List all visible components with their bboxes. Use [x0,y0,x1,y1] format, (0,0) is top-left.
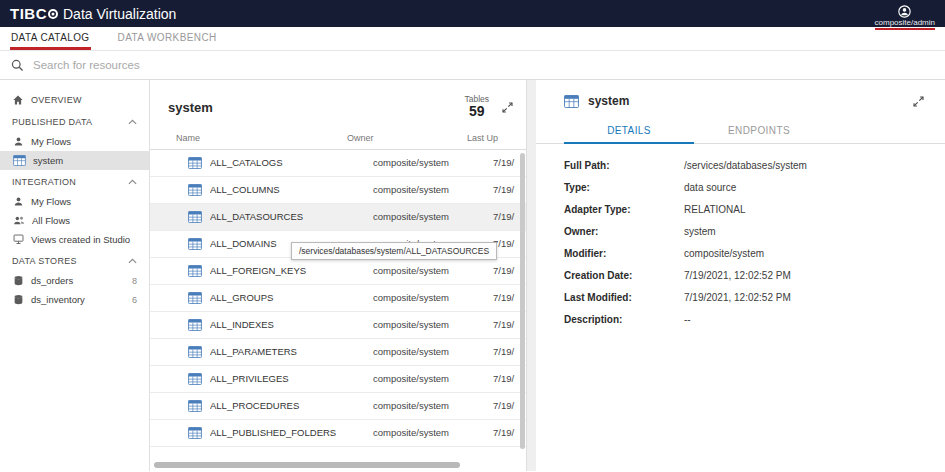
column-header-last-updated[interactable]: Last Up [467,133,526,143]
vertical-scrollbar[interactable] [520,153,525,449]
table-icon [188,238,202,250]
tables-panel: system Tables 59 Name Owner Last Up ALL_… [150,80,527,471]
tab-data-catalog[interactable]: DATA CATALOG [10,27,91,50]
brand-text: TIBC [10,5,47,22]
expand-icon[interactable] [501,101,514,114]
detail-field-row: Adapter Type:RELATIONAL [564,198,945,220]
table-icon [188,211,202,223]
detail-field-row: Creation Date:7/19/2021, 12:02:52 PM [564,264,945,286]
sidebar-item-my-flows-published[interactable]: My Flows [0,132,149,151]
row-owner: composite/system [373,211,493,222]
sidebar-item-ds-inventory[interactable]: ds_inventory 6 [0,290,149,309]
row-name: ALL_GROUPS [210,292,373,303]
column-header-name[interactable]: Name [150,133,347,143]
user-area[interactable]: composite/admin [875,5,935,30]
row-owner: composite/system [373,319,493,330]
horizontal-scrollbar[interactable] [154,462,460,468]
table-row[interactable]: ALL_PROCEDUREScomposite/system7/19/ [150,393,526,420]
table-row[interactable]: ALL_PUBLISHED_FOLDERScomposite/system7/1… [150,420,526,447]
table-row[interactable]: ALL_PARAMETERScomposite/system7/19/ [150,339,526,366]
field-label: Last Modified: [564,292,684,303]
sidebar-item-label: My Flows [31,136,71,147]
tab-details[interactable]: DETAILS [564,118,694,144]
sidebar-item-ds-orders[interactable]: ds_orders 8 [0,271,149,290]
main-content: OVERVIEW PUBLISHED DATA My Flows system … [0,80,945,471]
sidebar-item-label: ds_orders [31,275,73,286]
panel-title: system [168,100,213,115]
detail-field-row: Type:data source [564,176,945,198]
table-body: ALL_CATALOGScomposite/system7/19/ALL_COL… [150,150,526,471]
field-label: Description: [564,314,684,325]
row-owner: composite/system [373,184,493,195]
row-name: ALL_PRIVILEGES [210,373,373,384]
sidebar-item-label: All Flows [32,215,70,226]
table-icon [188,265,202,277]
top-bar: TIBC Data Virtualization composite/admin [0,0,945,27]
datasource-icon [564,95,579,108]
database-icon [13,275,24,286]
sidebar-item-label: My Flows [31,196,71,207]
column-header-owner[interactable]: Owner [347,133,467,143]
search-input[interactable] [33,59,353,71]
people-icon [13,215,25,226]
detail-field-row: Modifier:composite/system [564,242,945,264]
detail-field-row: Full Path:/services/databases/system [564,154,945,176]
sidebar-item-overview[interactable]: OVERVIEW [0,90,149,110]
user-avatar-icon[interactable] [898,5,911,18]
table-row[interactable]: ALL_GROUPScomposite/system7/19/ [150,285,526,312]
path-tooltip: /services/databases/system/ALL_DATASOURC… [291,242,497,260]
table-row[interactable]: ALL_COLUMNScomposite/system7/19/ [150,177,526,204]
field-label: Type: [564,182,684,193]
current-user-label[interactable]: composite/admin [875,18,935,30]
table-row[interactable]: ALL_PRIVILEGEScomposite/system7/19/ [150,366,526,393]
row-name: ALL_PARAMETERS [210,346,373,357]
section-title: DATA STORES [12,256,77,266]
person-icon [13,196,24,207]
table-icon [188,346,202,358]
row-name: ALL_COLUMNS [210,184,373,195]
chevron-up-icon [128,179,137,185]
sidebar-item-my-flows-integration[interactable]: My Flows [0,192,149,211]
table-header-row: Name Owner Last Up [150,128,526,150]
sidebar-section-data-stores[interactable]: DATA STORES [0,249,149,271]
panel-title: system [588,94,629,108]
section-title: PUBLISHED DATA [12,117,92,127]
chevron-up-icon [128,258,137,264]
table-icon [188,319,202,331]
field-value: composite/system [684,248,764,259]
row-owner: composite/system [373,346,493,357]
table-row[interactable]: ALL_FOREIGN_KEYScomposite/system7/19/ [150,258,526,285]
datasource-icon [13,155,26,166]
field-label: Owner: [564,226,684,237]
sidebar-item-label: system [33,155,63,166]
sidebar-item-label: Views created in Studio [31,234,130,245]
app-logo: TIBC Data Virtualization [10,5,176,22]
details-fields: Full Path:/services/databases/systemType… [536,144,945,330]
sidebar-section-integration[interactable]: INTEGRATION [0,170,149,192]
sidebar-item-label: OVERVIEW [31,95,82,105]
table-icon [188,427,202,439]
row-owner: composite/system [373,292,493,303]
field-value: system [684,226,716,237]
item-count-badge: 6 [132,295,137,305]
detail-field-row: Description:-- [564,308,945,330]
table-icon [188,157,202,169]
expand-icon[interactable] [912,95,925,108]
table-icon [188,292,202,304]
tab-data-workbench[interactable]: DATA WORKBENCH [117,27,218,50]
row-owner: composite/system [373,265,493,276]
field-label: Modifier: [564,248,684,259]
sidebar-section-published-data[interactable]: PUBLISHED DATA [0,110,149,132]
detail-field-row: Last Modified:7/19/2021, 12:02:52 PM [564,286,945,308]
sidebar-item-all-flows[interactable]: All Flows [0,211,149,230]
table-icon [188,373,202,385]
tab-endpoints[interactable]: ENDPOINTS [694,118,824,144]
row-owner: composite/system [373,400,493,411]
table-row[interactable]: ALL_CATALOGScomposite/system7/19/ [150,150,526,177]
item-count-badge: 8 [132,276,137,286]
table-row[interactable]: ALL_INDEXEScomposite/system7/19/ [150,312,526,339]
field-value: -- [684,314,691,325]
sidebar-item-system[interactable]: system [0,151,149,170]
sidebar-item-views-created-in-studio[interactable]: Views created in Studio [0,230,149,249]
table-row[interactable]: ALL_DATASOURCEScomposite/system7/19/ [150,204,526,231]
